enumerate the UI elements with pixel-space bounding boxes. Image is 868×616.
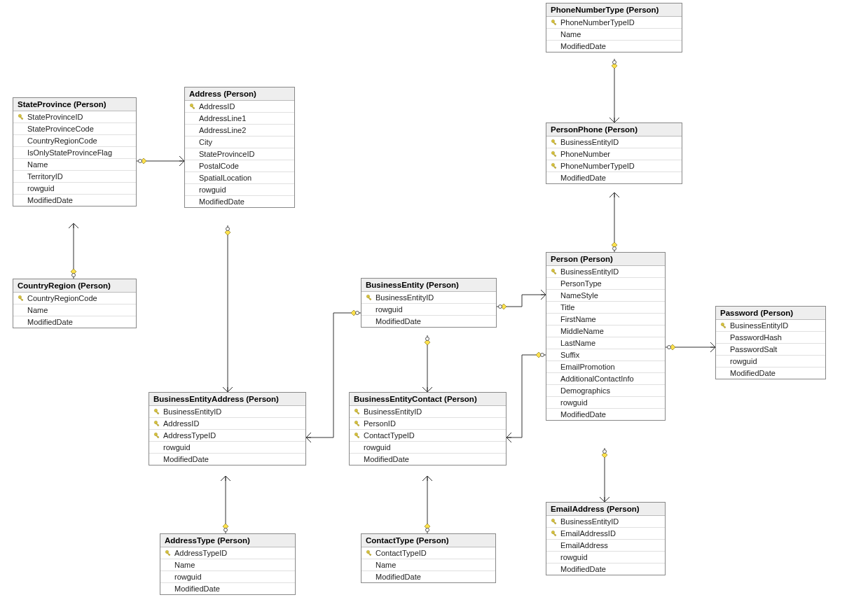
entity-address_type[interactable]: AddressType (Person)AddressTypeIDNamerow… — [160, 533, 296, 595]
column-name: BusinessEntityID — [560, 138, 619, 146]
column-row: PasswordHash — [716, 332, 825, 344]
column-row: Name — [160, 559, 295, 571]
column-row: rowguid — [361, 304, 496, 316]
primary-key-icon — [551, 268, 558, 276]
column-row: ModifiedDate — [716, 368, 825, 379]
entity-state_province[interactable]: StateProvince (Person)StateProvinceIDSta… — [13, 97, 137, 206]
column-row: ModifiedDate — [546, 409, 665, 420]
column-name: CountryRegionCode — [27, 136, 97, 145]
column-row: ModifiedDate — [361, 571, 495, 582]
column-name: ModifiedDate — [560, 410, 606, 419]
column-name: Name — [27, 306, 48, 314]
column-row: ContactTypeID — [350, 430, 506, 442]
column-row: ModifiedDate — [13, 316, 136, 328]
column-row: PersonType — [546, 278, 665, 290]
column-row: Suffix — [546, 349, 665, 361]
column-name: rowguid — [174, 573, 202, 581]
column-name: CountryRegionCode — [27, 294, 97, 302]
column-row: SpatialLocation — [185, 172, 294, 184]
column-name: BusinessEntityID — [364, 407, 422, 416]
column-name: ModifiedDate — [174, 584, 220, 593]
entity-email_address[interactable]: EmailAddress (Person)BusinessEntityIDEma… — [546, 502, 666, 575]
column-row: AddressID — [185, 101, 294, 113]
entity-header: CountryRegion (Person) — [13, 279, 136, 293]
column-name: ModifiedDate — [560, 174, 606, 182]
column-name: AddressID — [199, 102, 235, 111]
column-name: ModifiedDate — [27, 318, 73, 326]
column-name: PersonID — [364, 419, 396, 428]
column-name: ModifiedDate — [560, 565, 606, 573]
column-row: StateProvinceID — [185, 148, 294, 160]
column-name: BusinessEntityID — [560, 267, 619, 276]
column-name: AddressTypeID — [163, 431, 216, 440]
column-row: StateProvinceID — [13, 111, 136, 123]
column-row: Name — [361, 559, 495, 571]
primary-key-icon — [366, 294, 373, 302]
entity-title: AddressType (Person) — [165, 536, 250, 545]
entity-title: Password (Person) — [720, 309, 793, 317]
column-name: SpatialLocation — [199, 174, 252, 182]
primary-key-icon — [18, 113, 25, 121]
entity-person[interactable]: Person (Person)BusinessEntityIDPersonTyp… — [546, 252, 666, 421]
column-row: rowguid — [185, 184, 294, 196]
column-name: ContactTypeID — [364, 431, 415, 440]
column-name: StateProvinceID — [27, 113, 83, 121]
primary-key-icon — [720, 322, 728, 330]
entity-person_phone[interactable]: PersonPhone (Person)BusinessEntityIDPhon… — [546, 122, 682, 184]
column-name: BusinessEntityID — [730, 321, 788, 330]
column-row: BusinessEntityID — [546, 266, 665, 278]
column-row: EmailAddress — [546, 540, 665, 552]
entity-phone_number_type[interactable]: PhoneNumberType (Person)PhoneNumberTypeI… — [546, 3, 682, 52]
column-name: AdditionalContactInfo — [560, 374, 634, 383]
entity-title: StateProvince (Person) — [18, 100, 106, 108]
column-row: PhoneNumberTypeID — [546, 17, 682, 29]
entity-business_entity[interactable]: BusinessEntity (Person)BusinessEntityIDr… — [361, 278, 497, 328]
entity-header: AddressType (Person) — [160, 534, 295, 547]
primary-key-icon — [153, 408, 161, 416]
primary-key-icon — [551, 139, 558, 146]
column-name: Name — [174, 561, 195, 569]
column-name: PasswordHash — [730, 333, 782, 342]
entity-country_region[interactable]: CountryRegion (Person)CountryRegionCodeN… — [13, 279, 137, 328]
column-name: Name — [560, 30, 581, 38]
primary-key-icon — [354, 408, 361, 416]
column-name: EmailAddressID — [560, 529, 616, 538]
entity-business_entity_address[interactable]: BusinessEntityAddress (Person)BusinessEn… — [149, 392, 306, 465]
column-row: AddressLine1 — [185, 113, 294, 125]
primary-key-icon — [551, 19, 558, 27]
column-name: PhoneNumberTypeID — [560, 18, 635, 27]
column-row: ModifiedDate — [546, 564, 665, 575]
column-name: rowguid — [560, 398, 588, 407]
column-row: rowguid — [350, 442, 506, 454]
column-row: AdditionalContactInfo — [546, 373, 665, 385]
primary-key-icon — [551, 530, 558, 538]
column-row: City — [185, 136, 294, 148]
primary-key-icon — [354, 420, 361, 428]
column-row: AddressLine2 — [185, 125, 294, 136]
column-name: rowguid — [364, 443, 391, 451]
column-row: FirstName — [546, 314, 665, 326]
entity-title: BusinessEntityAddress (Person) — [153, 395, 279, 403]
entity-password[interactable]: Password (Person)BusinessEntityIDPasswor… — [715, 306, 826, 379]
column-name: rowguid — [163, 443, 191, 451]
entity-contact_type[interactable]: ContactType (Person)ContactTypeIDNameMod… — [361, 533, 496, 583]
column-row: ModifiedDate — [185, 196, 294, 207]
column-row: ModifiedDate — [546, 172, 682, 183]
column-name: PasswordSalt — [730, 345, 777, 354]
column-name: Suffix — [560, 351, 579, 359]
primary-key-icon — [153, 432, 161, 440]
entity-business_entity_contact[interactable]: BusinessEntityContact (Person)BusinessEn… — [349, 392, 507, 465]
column-name: PhoneNumber — [560, 150, 610, 158]
column-row: rowguid — [546, 552, 665, 564]
column-row: ModifiedDate — [13, 195, 136, 206]
column-row: CountryRegionCode — [13, 293, 136, 304]
primary-key-icon — [551, 518, 558, 526]
entity-address[interactable]: Address (Person)AddressIDAddressLine1Add… — [184, 87, 295, 208]
primary-key-icon — [551, 162, 558, 170]
entity-title: PhoneNumberType (Person) — [551, 6, 659, 14]
entity-title: ContactType (Person) — [366, 536, 449, 545]
column-row: EmailPromotion — [546, 361, 665, 373]
entity-header: Person (Person) — [546, 253, 665, 266]
column-name: AddressID — [163, 419, 199, 428]
column-name: Name — [376, 561, 396, 569]
